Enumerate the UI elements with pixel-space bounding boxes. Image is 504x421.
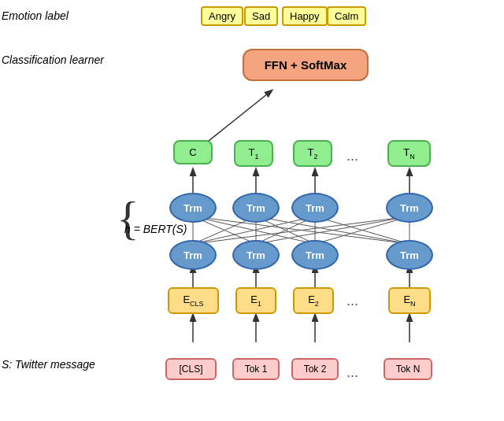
tok-dots: ... bbox=[346, 364, 358, 381]
trm-bot-1: Trm bbox=[232, 240, 280, 270]
emotion-angry: Angry bbox=[201, 6, 243, 26]
bert-eq-text: h = BERT(S) bbox=[124, 223, 187, 235]
svg-line-13 bbox=[256, 216, 410, 244]
emotion-calm: Calm bbox=[327, 6, 366, 26]
emb-1: E1 bbox=[235, 287, 276, 314]
trm-top-1: Trm bbox=[232, 193, 280, 223]
emb-dots: ... bbox=[346, 293, 358, 309]
svg-line-20 bbox=[315, 216, 410, 244]
svg-line-19 bbox=[256, 216, 410, 244]
trm-bot-2: Trm bbox=[291, 240, 339, 270]
green-t2: T2 bbox=[293, 140, 332, 167]
green-dots: ... bbox=[346, 148, 358, 164]
trm-top-3: Trm bbox=[386, 193, 433, 223]
trm-top-0: Trm bbox=[169, 193, 217, 223]
svg-line-18 bbox=[193, 216, 410, 244]
emotion-happy: Happy bbox=[282, 6, 328, 26]
emb-n: EN bbox=[388, 287, 431, 314]
trm-top-2: Trm bbox=[291, 193, 339, 223]
trm-bot-0: Trm bbox=[169, 240, 217, 270]
emb-cls: ECLS bbox=[168, 287, 219, 314]
tok-n: Tok N bbox=[384, 358, 432, 380]
green-c: C bbox=[173, 140, 213, 164]
green-tn: TN bbox=[387, 140, 431, 167]
twitter-msg-text: S: Twitter message bbox=[2, 358, 95, 371]
tok-1: Tok 1 bbox=[232, 358, 280, 380]
tok-cls: [CLS] bbox=[165, 358, 217, 380]
ffn-softmax-box: FFN + SoftMax bbox=[243, 49, 369, 81]
emb-2: E2 bbox=[293, 287, 334, 314]
svg-line-9 bbox=[193, 216, 410, 244]
classification-learner-text: Classification learner bbox=[2, 54, 104, 66]
emotion-sad: Sad bbox=[244, 6, 278, 26]
emotion-label-text: Emotion label bbox=[2, 9, 69, 22]
trm-bot-3: Trm bbox=[386, 240, 433, 270]
tok-2: Tok 2 bbox=[291, 358, 339, 380]
green-t1: T1 bbox=[234, 140, 273, 167]
diagram-container: { Emotion label Classification learner h… bbox=[0, 0, 504, 421]
svg-text:{: { bbox=[117, 192, 139, 244]
svg-line-17 bbox=[315, 216, 410, 244]
